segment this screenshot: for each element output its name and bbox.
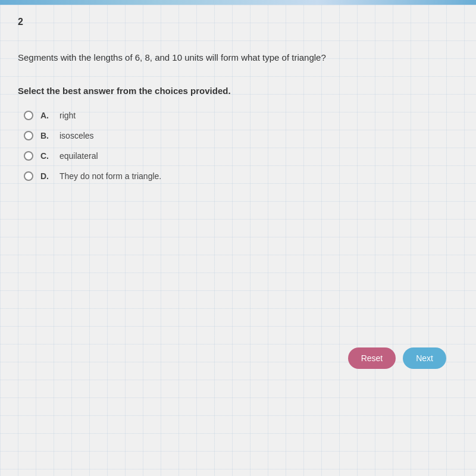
choices-container: A. right B. isosceles C. equilateral D. … — [24, 111, 458, 181]
choice-c-label: C. — [40, 151, 52, 161]
choice-b[interactable]: B. isosceles — [24, 131, 458, 140]
choice-a[interactable]: A. right — [24, 111, 458, 120]
choice-d-label: D. — [40, 171, 52, 181]
instruction-text: Select the best answer from the choices … — [18, 86, 458, 96]
buttons-container: Reset Next — [348, 347, 446, 369]
choice-b-text: isosceles — [60, 131, 94, 140]
choice-d-text: They do not form a triangle. — [60, 171, 161, 181]
question-number: 2 — [18, 17, 458, 27]
top-bar — [0, 0, 476, 5]
choice-b-label: B. — [40, 131, 52, 140]
page-container: 2 Segments with the lengths of 6, 8, and… — [0, 5, 476, 476]
radio-c[interactable] — [24, 151, 33, 161]
radio-d[interactable] — [24, 171, 33, 181]
choice-d[interactable]: D. They do not form a triangle. — [24, 171, 458, 181]
radio-b[interactable] — [24, 131, 33, 140]
reset-button[interactable]: Reset — [348, 347, 396, 369]
question-text: Segments with the lengths of 6, 8, and 1… — [18, 51, 458, 65]
choice-a-text: right — [60, 111, 76, 120]
radio-a[interactable] — [24, 111, 33, 120]
next-button[interactable]: Next — [403, 347, 446, 369]
choice-a-label: A. — [40, 111, 52, 120]
choice-c[interactable]: C. equilateral — [24, 151, 458, 161]
choice-c-text: equilateral — [60, 151, 98, 161]
